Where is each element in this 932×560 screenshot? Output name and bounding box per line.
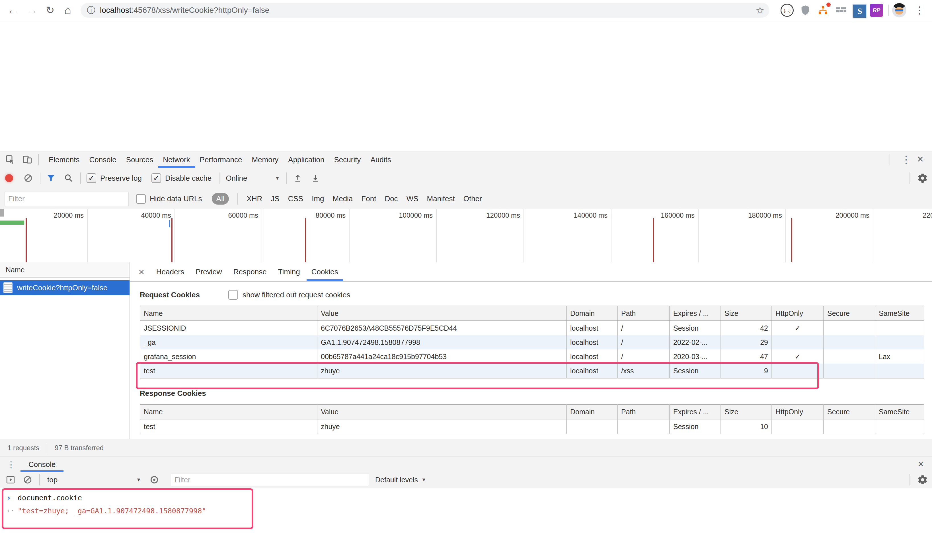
- browser-menu-icon[interactable]: ⋮: [912, 0, 927, 20]
- execution-context-select[interactable]: top ▼: [47, 475, 141, 484]
- table-row[interactable]: _gaGA1.1.907472498.1580877998localhost/2…: [140, 335, 924, 349]
- throttling-select[interactable]: Online ▼: [226, 174, 280, 183]
- extension-sitemap-icon[interactable]: [816, 4, 830, 17]
- column-header-expires-[interactable]: Expires / ...: [670, 405, 721, 419]
- profile-avatar[interactable]: [892, 3, 906, 17]
- tab-performance[interactable]: Performance: [195, 151, 247, 168]
- tab-application[interactable]: Application: [283, 151, 329, 168]
- inspect-element-icon[interactable]: [5, 154, 15, 165]
- tab-security[interactable]: Security: [330, 151, 366, 168]
- table-row[interactable]: grafana_session00b65787a441a24ca18c915b9…: [140, 349, 924, 364]
- tab-network[interactable]: Network: [158, 151, 195, 168]
- column-header-httponly[interactable]: HttpOnly: [772, 405, 824, 419]
- tab-console[interactable]: Console: [20, 457, 63, 472]
- reload-icon[interactable]: ↻: [42, 0, 59, 20]
- clear-console-icon[interactable]: [23, 475, 32, 485]
- column-header-path[interactable]: Path: [618, 306, 670, 321]
- network-overview-timeline[interactable]: 20000 ms40000 ms60000 ms80000 ms100000 m…: [0, 209, 932, 263]
- column-header-path[interactable]: Path: [618, 405, 670, 419]
- disable-cache-checkbox[interactable]: ✓: [151, 173, 161, 183]
- import-har-icon[interactable]: [293, 173, 303, 183]
- filter-chip-other[interactable]: Other: [464, 194, 482, 203]
- clear-icon[interactable]: [23, 173, 33, 183]
- console-result-row[interactable]: ‹·"test=zhuye; _ga=GA1.1.907472498.15808…: [0, 504, 932, 517]
- table-row[interactable]: testzhuyeSession10: [140, 419, 924, 434]
- export-har-icon[interactable]: [311, 173, 320, 183]
- extension-s-icon[interactable]: S: [852, 4, 867, 18]
- column-header-name[interactable]: Name: [140, 405, 317, 419]
- filter-chip-all[interactable]: All: [212, 193, 229, 205]
- show-filtered-checkbox[interactable]: [228, 290, 238, 300]
- console-sidebar-toggle-icon[interactable]: [6, 475, 15, 485]
- console-messages[interactable]: ›document.cookie‹·"test=zhuye; _ga=GA1.1…: [0, 488, 932, 560]
- live-expression-eye-icon[interactable]: [149, 475, 159, 485]
- table-row[interactable]: testzhuyelocalhost/xssSession9: [140, 364, 924, 378]
- hide-data-urls-checkbox[interactable]: [136, 194, 146, 204]
- timeline-gridline: [698, 209, 699, 262]
- column-header-domain[interactable]: Domain: [567, 405, 618, 419]
- extension-shield-icon[interactable]: [799, 4, 812, 17]
- column-header-value[interactable]: Value: [317, 306, 567, 321]
- tab-response[interactable]: Response: [229, 262, 271, 281]
- extension-rp-icon[interactable]: RP: [870, 4, 883, 17]
- record-button[interactable]: [5, 174, 13, 182]
- console-input-row[interactable]: ›document.cookie: [0, 491, 932, 504]
- column-header-samesite[interactable]: SameSite: [875, 306, 924, 321]
- filter-chip-media[interactable]: Media: [333, 194, 353, 203]
- filter-funnel-icon[interactable]: [46, 173, 56, 183]
- filter-chip-css[interactable]: CSS: [288, 194, 303, 203]
- table-cell: 42: [721, 321, 772, 335]
- home-icon[interactable]: ⌂: [59, 0, 76, 20]
- filter-chip-js[interactable]: JS: [271, 194, 279, 203]
- network-filter-input[interactable]: [5, 192, 129, 206]
- tab-cookies[interactable]: Cookies: [307, 262, 343, 281]
- column-header-size[interactable]: Size: [721, 405, 772, 419]
- back-icon[interactable]: ←: [5, 0, 22, 20]
- forward-icon[interactable]: →: [23, 0, 40, 20]
- tab-headers[interactable]: Headers: [151, 262, 189, 281]
- column-header-expires-[interactable]: Expires / ...: [670, 306, 721, 321]
- column-header-httponly[interactable]: HttpOnly: [772, 306, 824, 321]
- tab-sources[interactable]: Sources: [121, 151, 158, 168]
- page-info-icon[interactable]: ⓘ: [87, 5, 96, 16]
- tab-elements[interactable]: Elements: [44, 151, 84, 168]
- extension-braces-icon[interactable]: {…}: [781, 4, 793, 17]
- tab-preview[interactable]: Preview: [191, 262, 226, 281]
- drawer-menu-icon[interactable]: ⋮: [7, 460, 15, 469]
- request-row-selected[interactable]: writeCookie?httpOnly=false: [0, 280, 129, 295]
- extension-grid-icon[interactable]: [835, 4, 848, 17]
- devtools-close-icon[interactable]: ×: [917, 153, 923, 165]
- device-toolbar-icon[interactable]: [22, 154, 32, 165]
- filter-chip-xhr[interactable]: XHR: [246, 194, 262, 203]
- column-header-samesite[interactable]: SameSite: [875, 405, 924, 419]
- filter-chip-manifest[interactable]: Manifest: [427, 194, 455, 203]
- address-bar[interactable]: ⓘ localhost:45678/xss/writeCookie?httpOn…: [80, 3, 769, 18]
- tab-audits[interactable]: Audits: [365, 151, 396, 168]
- tab-console[interactable]: Console: [84, 151, 121, 168]
- devtools-menu-icon[interactable]: ⋮: [901, 154, 911, 166]
- table-row[interactable]: JSESSIONID6C7076B2653A48CB55576D75F9E5CD…: [140, 321, 924, 335]
- log-levels-select[interactable]: Default levels ▼: [375, 476, 427, 484]
- request-list-header[interactable]: Name: [0, 262, 129, 278]
- bookmark-star-icon[interactable]: ☆: [756, 5, 764, 16]
- filter-chip-doc[interactable]: Doc: [385, 194, 398, 203]
- tab-memory[interactable]: Memory: [247, 151, 283, 168]
- column-header-domain[interactable]: Domain: [567, 306, 618, 321]
- preserve-log-checkbox[interactable]: ✓: [86, 173, 96, 183]
- column-header-size[interactable]: Size: [721, 306, 772, 321]
- column-header-secure[interactable]: Secure: [824, 405, 875, 419]
- column-header-name[interactable]: Name: [140, 306, 317, 321]
- filter-chip-img[interactable]: Img: [312, 194, 324, 203]
- url-text[interactable]: localhost:45678/xss/writeCookie?httpOnly…: [100, 6, 269, 15]
- detail-close-icon[interactable]: ×: [139, 266, 144, 277]
- column-header-secure[interactable]: Secure: [824, 306, 875, 321]
- filter-chip-font[interactable]: Font: [361, 194, 376, 203]
- filter-chip-ws[interactable]: WS: [407, 194, 419, 203]
- drawer-close-icon[interactable]: ×: [918, 458, 924, 470]
- console-filter-input[interactable]: [171, 473, 369, 486]
- console-settings-gear-icon[interactable]: [917, 474, 928, 485]
- search-icon[interactable]: [64, 173, 74, 183]
- network-settings-gear-icon[interactable]: [917, 173, 928, 183]
- column-header-value[interactable]: Value: [317, 405, 567, 419]
- tab-timing[interactable]: Timing: [273, 262, 305, 281]
